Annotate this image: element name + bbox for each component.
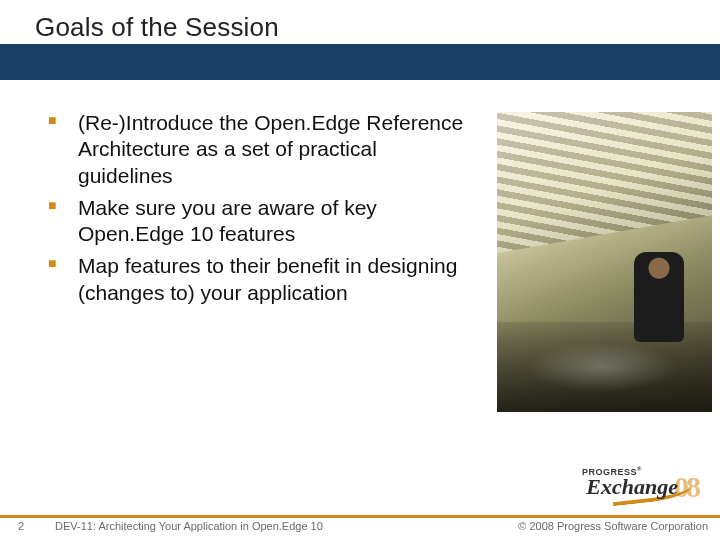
footer-bar — [0, 515, 720, 518]
footer: 08 PROGRESS® Exchange 2 DEV-11: Architec… — [0, 485, 720, 540]
title-bar — [0, 44, 720, 80]
image-reflection — [527, 342, 677, 392]
title-area: Goals of the Session — [0, 0, 720, 80]
logo-exchange-text: Exchange — [586, 474, 678, 500]
footer-title: DEV-11: Architecting Your Application in… — [55, 520, 323, 532]
image-ceiling — [497, 112, 712, 260]
bullet-list: (Re-)Introduce the Open.Edge Reference A… — [70, 110, 465, 306]
slide: Goals of the Session (Re-)Introduce the … — [0, 0, 720, 540]
slide-title: Goals of the Session — [0, 0, 720, 43]
image-person — [634, 252, 684, 342]
bullet-item: (Re-)Introduce the Open.Edge Reference A… — [70, 110, 465, 189]
page-number: 2 — [18, 520, 24, 532]
side-image — [497, 112, 712, 412]
bullet-item: Map features to their benefit in designi… — [70, 253, 465, 306]
copyright: © 2008 Progress Software Corporation — [518, 520, 708, 532]
bullet-item: Make sure you are aware of key Open.Edge… — [70, 195, 465, 248]
logo: 08 PROGRESS® Exchange — [520, 468, 700, 510]
